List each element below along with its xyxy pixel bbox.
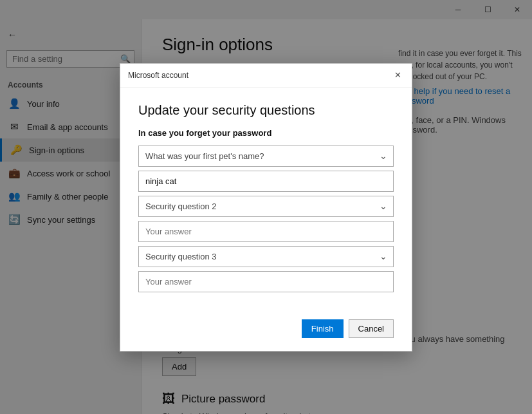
cancel-button[interactable]: Cancel (349, 319, 394, 338)
question2-dropdown[interactable]: Security question 2 (138, 196, 394, 217)
dialog-close-button[interactable]: ✕ (391, 69, 404, 82)
finish-button[interactable]: Finish (302, 319, 344, 338)
answer1-input[interactable] (138, 171, 394, 192)
answer3-input[interactable] (138, 271, 394, 292)
dialog-subtitle: In case you forget your password (138, 128, 394, 138)
question1-select-wrapper: What was your first pet's name? (138, 146, 394, 167)
dialog-body: Update your security questions In case y… (120, 88, 412, 312)
dialog-footer: Finish Cancel (120, 312, 412, 351)
dialog-title: Update your security questions (138, 103, 394, 118)
dialog-titlebar-label: Microsoft account (128, 71, 188, 80)
app-window: ─ ☐ ✕ ← 🔍 Accounts 👤 Your info ✉ Email &… (0, 0, 532, 414)
security-questions-dialog: Microsoft account ✕ Update your security… (120, 63, 412, 352)
dialog-overlay: Microsoft account ✕ Update your security… (0, 0, 532, 414)
dialog-titlebar: Microsoft account ✕ (120, 64, 412, 88)
answer2-input[interactable] (138, 221, 394, 242)
question2-select-wrapper: Security question 2 (138, 196, 394, 217)
question3-select-wrapper: Security question 3 (138, 246, 394, 267)
question1-dropdown[interactable]: What was your first pet's name? (138, 146, 394, 167)
question3-dropdown[interactable]: Security question 3 (138, 246, 394, 267)
